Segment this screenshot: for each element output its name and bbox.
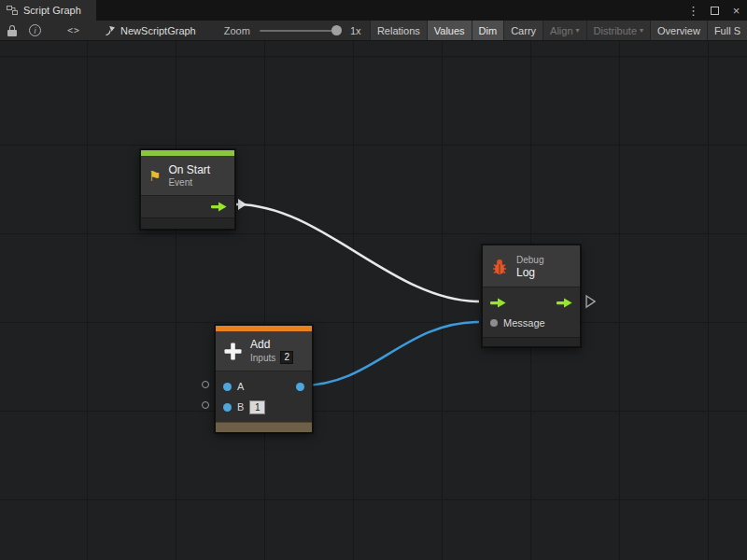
value-wire — [302, 322, 479, 385]
value-output-port[interactable] — [296, 383, 304, 391]
carry-button[interactable]: Carry — [503, 21, 543, 40]
message-port-label: Message — [503, 317, 545, 329]
bug-icon — [490, 258, 509, 275]
flow-port-row — [483, 292, 580, 313]
value-input-port-a[interactable] — [223, 383, 232, 391]
node-surtitle: Debug — [516, 254, 543, 266]
node-add[interactable]: Add Inputs 2 A B — [215, 325, 313, 433]
graph-canvas[interactable]: ⚑ On Start Event — [0, 41, 747, 560]
node-footer — [216, 422, 312, 432]
flow-input-port[interactable] — [490, 298, 506, 308]
port-row-a: A — [216, 376, 312, 397]
flag-icon: ⚑ — [148, 169, 161, 183]
maximize-glyph — [711, 7, 719, 15]
node-title: Add — [250, 338, 293, 351]
node-header: Debug Log — [483, 245, 580, 287]
flow-output-port[interactable] — [211, 202, 227, 212]
node-title: Log — [516, 266, 543, 279]
values-button[interactable]: Values — [427, 21, 472, 40]
relations-button[interactable]: Relations — [370, 21, 427, 40]
zoom-slider[interactable] — [260, 30, 342, 32]
node-debug-log[interactable]: Debug Log Message — [482, 245, 581, 347]
lock-icon[interactable] — [7, 25, 17, 36]
message-port-row: Message — [483, 313, 580, 333]
port-b-label: B — [237, 401, 244, 413]
overview-button[interactable]: Overview — [650, 21, 707, 40]
port-row-b: B — [216, 397, 312, 417]
graph-breadcrumb[interactable]: NewScriptGraph — [105, 25, 196, 36]
input-count-field[interactable]: 2 — [280, 351, 293, 364]
chevron-down-icon: ▾ — [640, 26, 643, 35]
close-icon[interactable]: × — [726, 0, 747, 21]
unconnected-value-stub-a[interactable] — [202, 381, 209, 388]
flow-wire — [236, 204, 479, 301]
chevron-down-icon: ▾ — [576, 26, 580, 35]
graph-toolbar: i <> NewScriptGraph Zoom 1x Relations Va… — [0, 21, 747, 41]
node-subtitle: Event — [168, 176, 210, 189]
titlebar: Script Graph ⋮ × — [0, 0, 747, 21]
dim-button[interactable]: Dim — [472, 21, 504, 40]
node-header: Add Inputs 2 — [216, 331, 312, 371]
plus-icon — [223, 342, 243, 361]
script-graph-icon — [105, 25, 116, 36]
node-header: ⚑ On Start Event — [141, 156, 234, 195]
wire-layer — [0, 41, 747, 560]
value-input-port-b[interactable] — [223, 403, 232, 412]
script-graph-window: Script Graph ⋮ × i <> NewScriptGraph Zoo… — [0, 0, 747, 560]
node-footer — [141, 217, 234, 229]
flow-wire-start-arrow — [238, 199, 247, 210]
distribute-dropdown[interactable]: Distribute ▾ — [586, 21, 650, 40]
info-icon[interactable]: i — [29, 24, 41, 36]
zoom-value: 1x — [350, 25, 361, 36]
port-a-label: A — [237, 381, 244, 392]
b-value-field[interactable] — [249, 400, 265, 414]
toolbar-buttons: Relations Values Dim Carry Align ▾ Distr… — [370, 21, 747, 40]
fullscreen-button[interactable]: Full S — [707, 21, 747, 40]
graph-name: NewScriptGraph — [120, 25, 196, 36]
port-row — [141, 196, 234, 217]
node-on-start[interactable]: ⚑ On Start Event — [140, 149, 235, 230]
unconnected-flow-stub-icon[interactable] — [586, 296, 595, 307]
titlebar-spacer — [96, 0, 683, 21]
node-title: On Start — [168, 163, 210, 176]
node-footer — [483, 337, 580, 346]
graph-tab-icon — [7, 5, 18, 16]
align-dropdown[interactable]: Align ▾ — [543, 21, 585, 40]
flow-output-port[interactable] — [557, 298, 572, 308]
unconnected-value-stub-b[interactable] — [202, 401, 209, 409]
window-menu-icon[interactable]: ⋮ — [683, 0, 704, 21]
zoom-label: Zoom — [224, 25, 250, 36]
zoom-slider-handle[interactable] — [331, 25, 342, 35]
message-input-port[interactable] — [490, 319, 498, 327]
tab-script-graph[interactable]: Script Graph — [0, 0, 96, 21]
tab-label: Script Graph — [23, 5, 81, 16]
node-subtitle: Inputs — [250, 352, 275, 364]
edit-source-icon[interactable]: <> — [67, 25, 80, 35]
maximize-icon[interactable] — [704, 0, 726, 21]
